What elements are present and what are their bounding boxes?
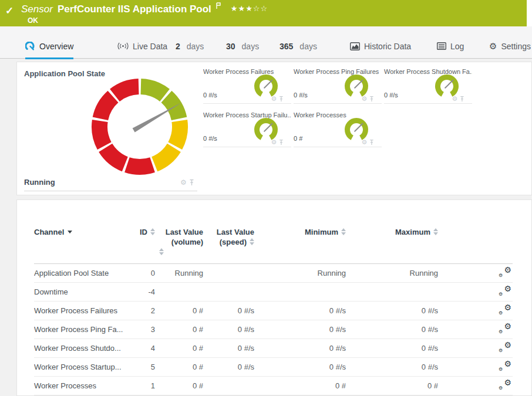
pin-icon[interactable]: [189, 179, 194, 186]
channel-name[interactable]: Worker Process Shutdo...: [34, 339, 128, 358]
last-value-speed: 0 #/s: [204, 358, 255, 377]
last-value-speed: [204, 264, 255, 283]
tab-2-days-number: 2: [176, 42, 180, 51]
table-row[interactable]: Worker Process Ping Fa... 3 0 # 0 #/s 0 …: [34, 320, 513, 339]
channel-name[interactable]: Worker Process Startup...: [34, 358, 128, 377]
col-header-channel[interactable]: Channel: [34, 224, 128, 264]
small-gauge-worker-process-shutdown-failures: Worker Process Shutdown Fa... 0 #/s ⚙: [384, 67, 472, 104]
last-value-volume: 0 #: [156, 320, 204, 339]
small-gauge-worker-process-failures: Worker Process Failures 0 #/s ⚙: [203, 67, 291, 104]
maximum-value: 0 #: [347, 377, 439, 395]
small-gauge-value: 0 #: [294, 135, 302, 142]
tab-365-days-unit: days: [299, 42, 317, 51]
channel-name[interactable]: Downtime: [34, 283, 128, 302]
pin-icon[interactable]: [460, 96, 464, 102]
channel-name[interactable]: Application Pool State: [34, 264, 128, 283]
small-gauge-actions: ⚙: [271, 139, 284, 145]
table-row[interactable]: Worker Process Shutdo... 4 0 # 0 #/s 0 #…: [34, 339, 513, 358]
maximum-value: [347, 283, 439, 302]
pin-icon[interactable]: [279, 139, 284, 145]
maximum-value: 0 #/s: [347, 302, 439, 320]
channel-id: 3: [128, 320, 156, 339]
channels-panel: Channel ID Last Value(volume) Last Value…: [16, 199, 532, 396]
small-gauge-value: 0 #/s: [203, 135, 217, 142]
sort-caret-icon: [68, 231, 72, 233]
col-header-actions: [439, 224, 513, 264]
tab-live-data-label: Live Data: [133, 42, 167, 51]
channel-settings-icon[interactable]: ⚙⚙: [499, 380, 511, 390]
channel-settings-icon[interactable]: ⚙⚙: [499, 267, 511, 277]
channel-settings-icon[interactable]: ⚙⚙: [499, 286, 511, 296]
small-gauge-worker-process-ping-failures: Worker Process Ping Failures 0 #/s ⚙: [294, 67, 382, 104]
pin-icon[interactable]: [279, 96, 284, 102]
maximum-value: 0 #/s: [347, 320, 439, 339]
channel-settings-icon[interactable]: ⚙⚙: [499, 323, 511, 334]
table-row[interactable]: Worker Process Failures 2 0 # 0 #/s 0 #/…: [34, 302, 513, 320]
main-gauge-actions: ⚙: [180, 179, 194, 186]
channel-gear-icon[interactable]: ⚙: [452, 96, 458, 102]
stars-filled: ★★★: [231, 4, 253, 13]
status-check-icon: ✓: [5, 5, 14, 17]
main-gauge-value: Running: [24, 178, 55, 187]
tab-2-days[interactable]: 2 days: [176, 33, 204, 59]
minimum-value: 0 #/s: [255, 339, 347, 358]
gauge-icon: [25, 42, 35, 50]
last-value-speed: 0 #/s: [204, 302, 255, 320]
table-row[interactable]: Application Pool State 0 Running Running…: [34, 264, 513, 283]
channel-id: 2: [128, 302, 156, 320]
table-header-row: Channel ID Last Value(volume) Last Value…: [34, 224, 513, 264]
tab-historic-data[interactable]: Historic Data: [350, 33, 411, 59]
table-row[interactable]: Worker Processes 1 0 # 0 # 0 # ⚙⚙: [34, 377, 513, 395]
channel-gear-icon[interactable]: ⚙: [362, 139, 368, 145]
channel-gear-icon[interactable]: ⚙: [362, 96, 368, 102]
tab-log[interactable]: Log: [437, 33, 464, 59]
table-row[interactable]: Downtime -4 ⚙⚙: [34, 283, 513, 302]
last-value-volume: 0 #: [156, 339, 204, 358]
minimum-value: Running: [255, 264, 347, 283]
sort-arrows-icon: [159, 248, 164, 255]
last-value-volume: [156, 283, 204, 302]
tab-overview[interactable]: Overview: [25, 33, 73, 59]
channel-settings-icon[interactable]: ⚙⚙: [499, 361, 511, 371]
tab-30-days[interactable]: 30 days: [226, 33, 259, 59]
col-header-minimum[interactable]: Minimum: [255, 224, 347, 264]
last-value-speed: [204, 283, 255, 302]
channel-settings-icon[interactable]: ⚙⚙: [499, 304, 511, 315]
pin-icon[interactable]: [369, 139, 374, 145]
log-icon: [437, 42, 446, 50]
maximum-value: 0 #/s: [347, 339, 439, 358]
channel-name[interactable]: Worker Process Failures: [34, 302, 128, 320]
channel-gear-icon[interactable]: ⚙: [271, 96, 277, 102]
maximum-value: 0 #/s: [347, 358, 439, 377]
channel-settings-icon[interactable]: ⚙⚙: [499, 342, 511, 353]
sort-arrows-icon: [250, 238, 254, 245]
channel-name[interactable]: Worker Processes: [34, 377, 128, 395]
channel-name[interactable]: Worker Process Ping Fa...: [34, 320, 128, 339]
sort-arrows-icon: [341, 228, 346, 235]
last-value-speed: [204, 377, 255, 395]
sort-arrows-icon: [150, 228, 155, 235]
tab-30-days-unit: days: [242, 42, 260, 51]
sensor-title: PerfCounter IIS Application Pool: [58, 4, 211, 15]
tab-live-data[interactable]: Live Data: [117, 33, 167, 59]
channel-gear-icon[interactable]: ⚙: [180, 179, 187, 186]
col-header-id[interactable]: ID: [128, 224, 156, 264]
col-header-last-value-speed[interactable]: Last Value(speed): [204, 224, 255, 264]
sort-arrows-icon: [433, 228, 438, 235]
priority-stars[interactable]: ★★★☆☆: [231, 4, 268, 13]
tab-overview-label: Overview: [39, 42, 73, 51]
small-gauge-value: 0 #/s: [384, 92, 398, 99]
table-row[interactable]: Worker Process Startup... 5 0 # 0 #/s 0 …: [34, 358, 513, 377]
small-gauge-actions: ⚙: [452, 96, 464, 102]
pin-icon[interactable]: [369, 96, 374, 102]
gauges-panel: Application Pool State Running ⚙ Worker …: [16, 62, 532, 195]
gauge-divider: [24, 191, 197, 191]
tab-30-days-number: 30: [226, 42, 235, 51]
last-value-volume: 0 #: [156, 358, 204, 377]
tab-settings[interactable]: ⚙ Settings: [489, 33, 531, 59]
col-header-last-value-volume[interactable]: Last Value(volume): [156, 224, 204, 264]
col-header-maximum[interactable]: Maximum: [347, 224, 439, 264]
channel-gear-icon[interactable]: ⚙: [271, 139, 277, 145]
tab-365-days[interactable]: 365 days: [280, 33, 317, 59]
flag-icon[interactable]: [216, 1, 221, 12]
